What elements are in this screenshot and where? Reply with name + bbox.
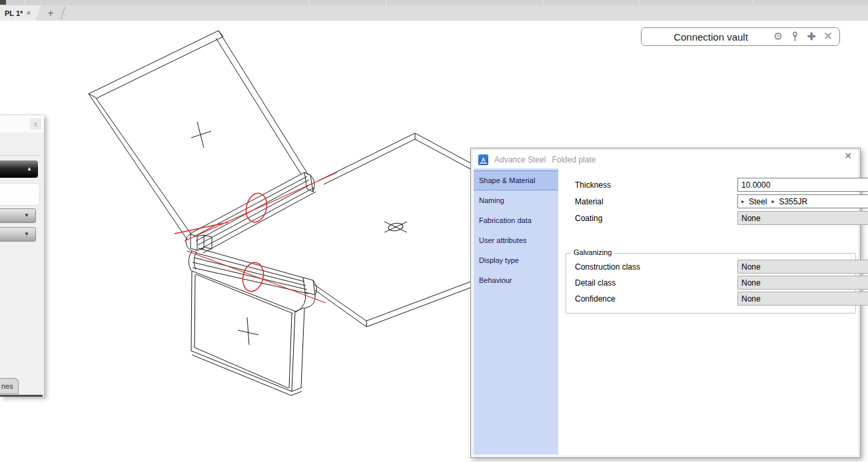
material-level1: Steel [749, 197, 767, 206]
dialog-title: Folded plate [552, 155, 596, 164]
palette-close-button[interactable]: x [30, 118, 41, 130]
confidence-label: Confidence [575, 294, 616, 304]
folded-plate-dialog: A Advance Steel Folded plate ✕ Shape & M… [470, 148, 861, 458]
crumb-arrow-icon: ▸ [741, 198, 744, 204]
confidence-combobox[interactable]: None [737, 292, 868, 306]
material-level2: S355JR [779, 197, 807, 206]
palette-divider [0, 155, 40, 156]
center-mark-cross [191, 122, 211, 148]
thickness-combobox[interactable]: 10.0000 [737, 178, 868, 192]
palette-bottom-tab[interactable]: nes [0, 378, 19, 394]
coating-value: None [741, 214, 761, 223]
plate-horizontal [314, 133, 474, 327]
connection-vault-panel: Connection vault ⚙ ✚ ✕ [641, 27, 840, 46]
palette-input-box[interactable] [0, 183, 40, 206]
crumb-arrow-icon: ▸ [771, 198, 774, 204]
dialog-form: Thickness 10.0000 Material ▸ Steel ▸ S35… [558, 168, 857, 455]
palette-dropdown-1[interactable]: ▼ [0, 208, 36, 223]
gear-icon[interactable]: ⚙ [772, 31, 784, 43]
thickness-value: 10.0000 [741, 180, 770, 190]
fold-lower [189, 248, 316, 312]
pin-icon[interactable] [789, 31, 801, 43]
sidebar-item-user-attributes[interactable]: User attributes [474, 230, 558, 250]
left-tool-palette: x ▲ ▼ ▼ nes [0, 115, 44, 397]
sidebar-item-shape-material[interactable]: Shape & Material [474, 170, 558, 190]
galvanizing-legend: Galvanizing [571, 248, 614, 256]
fold-upper [186, 172, 316, 253]
construction-class-value: None [741, 262, 761, 272]
thickness-label: Thickness [575, 180, 611, 190]
dialog-close-button[interactable]: ✕ [844, 150, 852, 161]
detail-class-label: Detail class [575, 278, 616, 288]
application-window: PL 1* ✕ + [0, 0, 868, 462]
construction-class-label: Construction class [575, 262, 640, 272]
palette-bottom-edge [0, 395, 43, 397]
dialog-app-name: Advance Steel [494, 155, 546, 164]
advance-steel-app-icon: A [478, 154, 488, 165]
construction-class-combobox[interactable]: None [737, 260, 868, 274]
collapse-up-icon: ▲ [27, 166, 32, 172]
center-mark-hole [384, 222, 407, 232]
sidebar-item-behaviour[interactable]: Behaviour [474, 270, 558, 290]
chevron-down-icon: ▼ [24, 232, 29, 237]
dialog-sidebar: Shape & Material Naming Fabrication data… [474, 168, 559, 455]
coating-label: Coating [575, 214, 602, 223]
fold-selection-marks [175, 172, 337, 303]
confidence-value: None [741, 294, 761, 304]
detail-class-combobox[interactable]: None [737, 276, 868, 290]
move-cross-icon[interactable]: ✚ [805, 31, 817, 43]
sidebar-item-display-type[interactable]: Display type [474, 250, 558, 270]
sidebar-item-naming[interactable]: Naming [474, 190, 558, 210]
palette-dropdown-2[interactable]: ▼ [0, 227, 36, 242]
palette-section-header[interactable]: ▲ [0, 160, 38, 178]
center-mark-cross [238, 318, 258, 345]
detail-class-value: None [741, 278, 761, 288]
sidebar-item-fabrication-data[interactable]: Fabrication data [474, 210, 558, 230]
chevron-down-icon: ▼ [24, 213, 29, 218]
dialog-titlebar[interactable]: A Advance Steel Folded plate [474, 151, 857, 168]
close-icon[interactable]: ✕ [822, 31, 834, 43]
material-combobox[interactable]: ▸ Steel ▸ S355JR [737, 194, 868, 208]
material-label: Material [575, 197, 604, 206]
coating-combobox[interactable]: None [737, 211, 868, 225]
plate-vertical [191, 271, 304, 395]
connection-vault-title: Connection vault [650, 31, 772, 43]
